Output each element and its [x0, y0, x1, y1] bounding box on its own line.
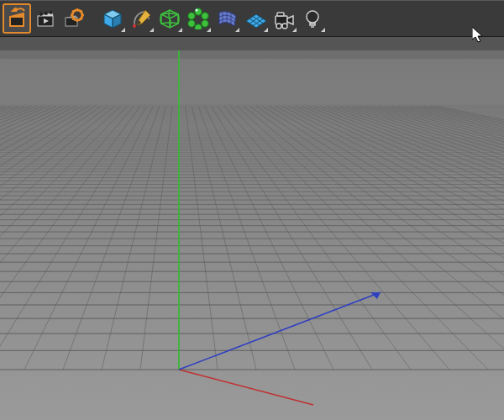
- cube-icon: [102, 8, 123, 29]
- dropdown-indicator-icon: [292, 28, 297, 32]
- clapboard-icon: [34, 8, 56, 29]
- svg-point-32: [188, 20, 195, 27]
- anim-settings-button[interactable]: [60, 4, 87, 33]
- svg-point-34: [196, 9, 198, 12]
- svg-rect-48: [0, 50, 504, 59]
- light-button[interactable]: [299, 4, 326, 33]
- nurbs-button[interactable]: [156, 4, 183, 33]
- svg-point-43: [282, 24, 287, 29]
- svg-rect-3: [39, 12, 43, 15]
- dropdown-indicator-icon: [150, 28, 154, 32]
- pen-icon: [130, 8, 152, 29]
- array-generator-button[interactable]: [185, 4, 212, 33]
- svg-marker-1: [13, 8, 16, 11]
- svg-marker-35: [246, 14, 266, 28]
- viewport-canvas: [0, 50, 504, 420]
- svg-point-42: [276, 24, 281, 29]
- dropdown-indicator-icon: [264, 28, 268, 32]
- deformer-button[interactable]: [213, 4, 240, 33]
- dropdown-indicator-icon: [321, 28, 325, 32]
- undo-clap-icon: [6, 8, 28, 29]
- wire-cube-icon: [159, 8, 181, 29]
- toolbar-group: [99, 4, 326, 33]
- spline-button[interactable]: [128, 4, 155, 33]
- svg-rect-44: [277, 13, 284, 16]
- cube-primitive-button[interactable]: [99, 4, 126, 33]
- perspective-viewport[interactable]: [0, 50, 504, 420]
- svg-point-31: [195, 24, 202, 29]
- main-toolbar: [0, 0, 504, 37]
- dropdown-indicator-icon: [121, 28, 125, 32]
- undo-anim-button[interactable]: [3, 4, 30, 33]
- svg-point-45: [307, 11, 318, 23]
- camera-button[interactable]: [270, 4, 297, 33]
- svg-point-9: [76, 13, 79, 17]
- dropdown-indicator-icon: [178, 28, 182, 32]
- svg-rect-0: [10, 17, 24, 26]
- svg-point-29: [202, 13, 208, 19]
- svg-marker-41: [287, 16, 293, 24]
- bend-icon: [216, 8, 238, 29]
- anim-next-button[interactable]: [32, 4, 59, 33]
- dropdown-indicator-icon: [207, 28, 211, 32]
- floor-button[interactable]: [242, 4, 269, 33]
- svg-point-26: [133, 24, 136, 28]
- toolbar-group: [3, 4, 87, 33]
- svg-point-30: [202, 20, 208, 27]
- array-spheres-icon: [187, 8, 209, 29]
- floor-grid-icon: [244, 8, 266, 29]
- bulb-icon: [302, 8, 323, 29]
- svg-point-33: [188, 13, 195, 19]
- gear-clap-icon: [63, 8, 85, 29]
- camera-icon: [273, 8, 295, 29]
- dropdown-indicator-icon: [235, 28, 239, 32]
